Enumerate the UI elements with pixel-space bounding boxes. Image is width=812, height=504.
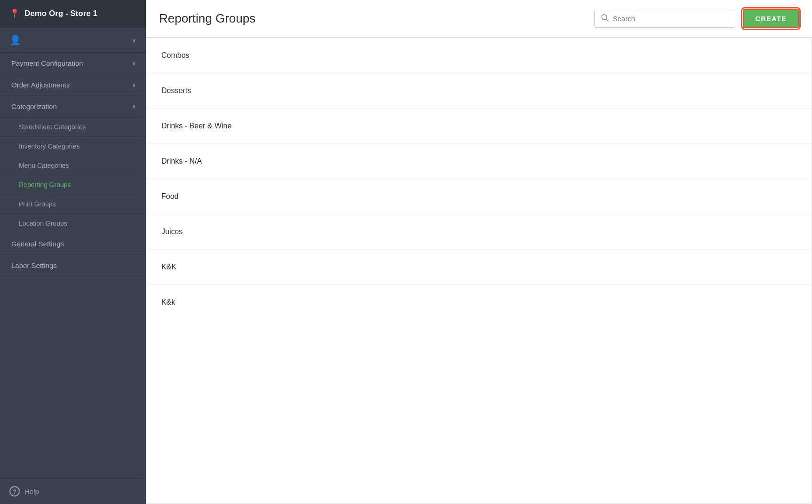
sidebar-item-general-settings[interactable]: General Settings <box>0 233 146 255</box>
user-chevron-icon: ∨ <box>132 37 136 44</box>
sidebar-item-categorization[interactable]: Categorization ∧ <box>0 96 146 118</box>
search-input[interactable] <box>613 15 728 23</box>
sidebar-item-menu-categories[interactable]: Menu Categories <box>0 156 146 175</box>
sidebar-item-standsheet-categories[interactable]: Standsheet Categories <box>0 118 146 137</box>
svg-line-1 <box>606 19 608 21</box>
sidebar-user[interactable]: 👤 ∨ <box>0 28 146 53</box>
sidebar-item-label: Payment Configuration <box>11 59 83 67</box>
list-item[interactable]: Drinks - N/A <box>146 144 812 179</box>
list-item[interactable]: Juices <box>146 214 812 250</box>
user-icon: 👤 <box>9 34 21 46</box>
list-item-label: K&K <box>161 263 176 271</box>
list-item[interactable]: Desserts <box>146 73 812 109</box>
sidebar-item-label: Order Adjustments <box>11 81 70 89</box>
sidebar-item-payment-configuration[interactable]: Payment Configuration ∨ <box>0 53 146 74</box>
page-title: Reporting Groups <box>159 11 255 26</box>
org-name: Demo Org - Store 1 <box>24 9 97 18</box>
help-label: Help <box>24 488 39 496</box>
main-content: Reporting Groups CREATE Combos Desserts … <box>146 0 812 504</box>
search-icon <box>601 14 609 24</box>
list-item-label: Combos <box>161 51 190 59</box>
list-item-label: Desserts <box>161 87 191 94</box>
list-item[interactable]: K&K <box>146 250 812 285</box>
sidebar-item-label: Categorization <box>11 102 57 110</box>
main-header: Reporting Groups CREATE <box>146 0 812 38</box>
sidebar-item-location-groups[interactable]: Location Groups <box>0 214 146 233</box>
sidebar-sub-item-label: Reporting Groups <box>19 181 71 189</box>
sidebar-sub-item-label: Print Groups <box>19 200 56 208</box>
list-item-label: Juices <box>161 228 183 236</box>
list-item[interactable]: Drinks - Beer & Wine <box>146 109 812 144</box>
chevron-down-icon: ∨ <box>132 81 136 88</box>
sidebar-item-inventory-categories[interactable]: Inventory Categories <box>0 137 146 156</box>
sidebar: 📍 Demo Org - Store 1 👤 ∨ Payment Configu… <box>0 0 146 504</box>
sidebar-item-labor-settings[interactable]: Labor Settings <box>0 255 146 276</box>
list-item[interactable]: Combos <box>146 38 812 73</box>
search-box[interactable] <box>594 10 735 28</box>
chevron-up-icon: ∧ <box>132 103 136 110</box>
sidebar-header: 📍 Demo Org - Store 1 <box>0 0 146 28</box>
svg-point-0 <box>602 15 607 20</box>
sidebar-item-print-groups[interactable]: Print Groups <box>0 195 146 214</box>
list-item-label: Drinks - N/A <box>161 157 202 165</box>
chevron-down-icon: ∨ <box>132 60 136 67</box>
sidebar-sub-item-label: Menu Categories <box>19 162 69 169</box>
help-circle-icon: ? <box>9 486 20 496</box>
reporting-groups-list: Combos Desserts Drinks - Beer & Wine Dri… <box>146 38 812 504</box>
location-icon: 📍 <box>9 8 20 19</box>
header-actions: CREATE <box>594 9 799 28</box>
list-item[interactable]: K&k <box>146 285 812 320</box>
list-item-label: Drinks - Beer & Wine <box>161 122 231 130</box>
sidebar-sub-item-label: Standsheet Categories <box>19 123 86 131</box>
sidebar-item-order-adjustments[interactable]: Order Adjustments ∨ <box>0 74 146 96</box>
list-item-label: Food <box>161 192 178 200</box>
create-button[interactable]: CREATE <box>743 9 799 28</box>
sidebar-item-reporting-groups[interactable]: Reporting Groups <box>0 175 146 195</box>
sidebar-sub-item-label: Location Groups <box>19 220 67 227</box>
sidebar-item-label: General Settings <box>11 240 64 248</box>
sidebar-item-label: Labor Settings <box>11 261 57 269</box>
sidebar-help[interactable]: ? Help <box>0 478 146 504</box>
sidebar-sub-item-label: Inventory Categories <box>19 142 80 150</box>
list-item-label: K&k <box>161 298 175 306</box>
list-item[interactable]: Food <box>146 179 812 214</box>
